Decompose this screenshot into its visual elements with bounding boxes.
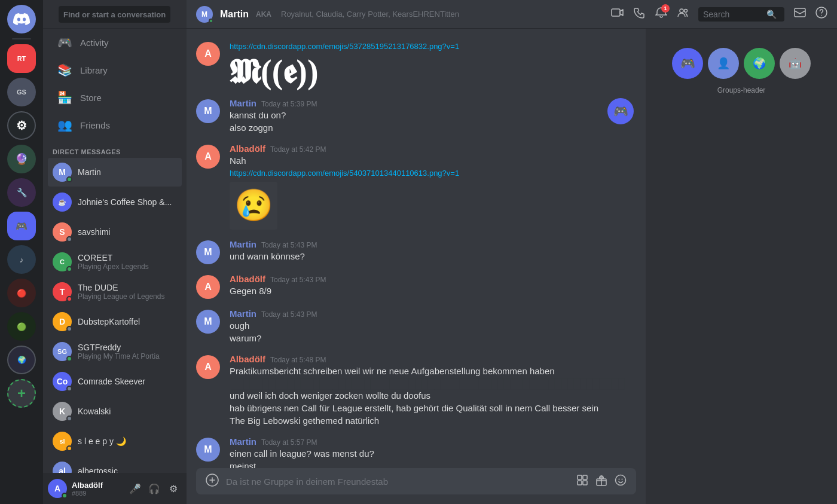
add-attachment-icon[interactable]: [206, 474, 219, 490]
nav-store[interactable]: 🏪 Store: [48, 84, 182, 111]
dm-name-albertossic: albertossic: [78, 466, 177, 473]
server-icon-rt[interactable]: RT: [7, 44, 36, 73]
chat-header-actions: 1 🔍: [611, 6, 827, 22]
svg-point-15: [622, 478, 623, 479]
dm-item-sleepy[interactable]: sl s l e e p y 🌙: [48, 427, 182, 456]
dm-item-sgtfreddy[interactable]: SG SGTFreddy Playing My Time At Portia: [48, 337, 182, 366]
message-group-4: A Albadölf Today at 5:43 PM Gegen 8/9: [187, 271, 646, 301]
dm-avatar-thedude: T: [53, 282, 72, 301]
group-avatar-3: 🌍: [744, 48, 775, 79]
settings-button[interactable]: ⚙: [165, 480, 182, 497]
svg-rect-0: [612, 9, 620, 16]
msg-link-wavy[interactable]: https://cdn.discordapp.com/emojis/537285…: [230, 42, 459, 51]
dm-name-dubstep: DubstepKartoffel: [78, 317, 177, 326]
msg-text-5a: ough: [230, 320, 636, 332]
gift-icon[interactable]: [595, 474, 607, 489]
dm-item-comrade[interactable]: Co Comrade Skeever: [48, 367, 182, 396]
chat-search-input[interactable]: [703, 10, 763, 19]
group-header: 🎮 👤 🌍 🤖 Groups-header: [662, 38, 820, 104]
server-icon-3[interactable]: ⚙: [7, 111, 36, 140]
nav-library[interactable]: 📚 Library: [48, 57, 182, 83]
nav-store-label: Store: [80, 93, 102, 103]
dm-info-savshimi: savshimi: [78, 227, 177, 237]
server-icon-5[interactable]: 🔧: [7, 178, 36, 207]
dm-item-dubstep[interactable]: D DubstepKartoffel: [48, 307, 182, 336]
video-call-icon[interactable]: [611, 6, 624, 22]
msg-content-2: Albadölf Today at 5:42 PM Nah https://cd…: [230, 143, 636, 230]
server-icon-4[interactable]: 🔮: [7, 145, 36, 173]
msg-text-6b: und weil ich doch weniger zocken wollte …: [230, 390, 430, 401]
user-area-info: Albadölf #889: [72, 481, 122, 497]
emoji-input-icon[interactable]: [615, 474, 627, 489]
dm-item-albertossic[interactable]: al albertossic: [48, 457, 182, 473]
friends-icon: 👥: [57, 118, 72, 132]
msg-text-1b: also zoggn: [230, 122, 636, 135]
msg-author-martin-7: Martin: [230, 436, 256, 447]
nav-friends[interactable]: 👥 Friends: [48, 112, 182, 138]
nav-friends-label: Friends: [80, 120, 110, 130]
dm-search-box[interactable]: Find or start a conversation: [59, 6, 170, 23]
voice-call-icon[interactable]: [634, 7, 646, 22]
members-icon[interactable]: [677, 7, 689, 22]
nav-activity[interactable]: 🎮 Activity: [48, 29, 182, 56]
msg-author-albadolf-6: Albadölf: [230, 354, 265, 364]
dm-item-martin[interactable]: M Martin: [48, 158, 182, 187]
mute-button[interactable]: 🎤: [127, 480, 143, 497]
server-icon-9[interactable]: 🟢: [7, 312, 36, 341]
dm-avatar-comrade: Co: [53, 372, 72, 391]
inbox-icon[interactable]: [794, 7, 806, 22]
main-content: M Martin AKA Royalnut, Claudia, Carry Po…: [187, 0, 837, 504]
chat-header-aka: AKA: [256, 10, 271, 19]
dm-info-kowalski: Kowalski: [78, 407, 177, 416]
dm-info-comrade: Comrade Skeever: [78, 377, 177, 386]
chat-header-status: [209, 19, 213, 23]
wavy-emoji-render: 𝕸((𝖊)): [230, 55, 636, 88]
dm-item-johnie[interactable]: ☕ Johnie's Coffee Shop &...: [48, 188, 182, 216]
dm-avatar-albertossic: al: [53, 462, 72, 473]
dm-item-savshimi[interactable]: S savshimi: [48, 218, 182, 246]
msg-avatar-martin-1: M: [196, 99, 220, 123]
discord-home-button[interactable]: [7, 5, 36, 33]
msg-link-2[interactable]: https://cdn.discordapp.com/emojis/540371…: [230, 169, 459, 178]
server-icon-gs[interactable]: GS: [7, 78, 36, 106]
server-icon-7[interactable]: ♪: [7, 245, 36, 274]
msg-timestamp-4: Today at 5:43 PM: [270, 276, 326, 284]
group-avatar-4: 🤖: [780, 48, 811, 79]
msg-text-2: Nah: [230, 155, 636, 167]
pin-input-icon[interactable]: [576, 474, 588, 489]
chat-input-box[interactable]: [196, 468, 636, 494]
notifications-icon[interactable]: 1: [655, 7, 667, 22]
server-icon-6[interactable]: 🎮: [7, 212, 36, 240]
user-area-name: Albadölf: [72, 481, 122, 490]
group-avatar-1: 🎮: [672, 48, 703, 79]
help-icon[interactable]: [815, 7, 827, 22]
dm-info-albertossic: albertossic: [78, 466, 177, 473]
dm-avatar-coreet: C: [53, 252, 72, 271]
dm-info-johnie: Johnie's Coffee Shop &...: [78, 197, 177, 207]
message-group-1: M Martin Today at 5:39 PM kannst du on? …: [187, 96, 646, 136]
msg-timestamp-5: Today at 5:43 PM: [261, 310, 317, 319]
server-icon-add[interactable]: +: [7, 379, 36, 408]
message-group-2: A Albadölf Today at 5:42 PM Nah https://…: [187, 141, 646, 232]
dm-name-coreet: COREET: [78, 253, 177, 262]
chat-area[interactable]: A https://cdn.discordapp.com/emojis/5372…: [187, 29, 646, 468]
user-area-icons: 🎤 🎧 ⚙: [127, 480, 182, 497]
dm-item-coreet[interactable]: C COREET Playing Apex Legends: [48, 248, 182, 276]
svg-point-5: [821, 15, 822, 16]
channel-sidebar: Find or start a conversation 🎮 Activity …: [43, 0, 187, 504]
dm-item-kowalski[interactable]: K Kowalski: [48, 397, 182, 426]
search-placeholder: Find or start a conversation: [63, 10, 166, 19]
dm-avatar-dubstep: D: [53, 312, 72, 331]
chat-input-area: [187, 468, 646, 504]
nav-library-label: Library: [80, 65, 108, 75]
msg-text-3: und wann könnse?: [230, 251, 636, 263]
chat-search-bar[interactable]: 🔍: [698, 7, 784, 22]
dm-sub-thedude: Playing League of Legends: [78, 292, 177, 301]
dm-avatar-savshimi: S: [53, 222, 72, 242]
dm-item-thedude[interactable]: T The DUDE Playing League of Legends: [48, 277, 182, 306]
server-icon-10[interactable]: 🌍: [7, 346, 36, 374]
chat-message-input[interactable]: [226, 471, 569, 493]
server-icon-8[interactable]: 🔴: [7, 279, 36, 307]
deafen-button[interactable]: 🎧: [146, 480, 163, 497]
message-group-5: M Martin Today at 5:43 PM ough warum?: [187, 306, 646, 347]
